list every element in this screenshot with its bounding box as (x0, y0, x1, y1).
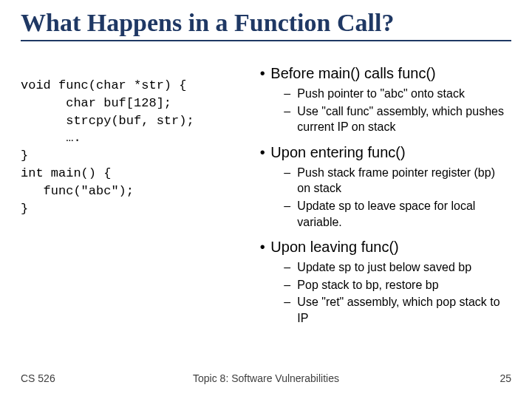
sub-label: Push stack frame pointer register (bp) o… (297, 165, 511, 197)
slide-body: void func(char *str) { char buf[128]; st… (21, 64, 511, 334)
bullet-label: Upon entering func() (270, 143, 405, 162)
sub-list: –Push pointer to "abc" onto stack –Use "… (254, 86, 511, 135)
footer-topic: Topic 8: Software Vulnerabilities (0, 372, 532, 384)
list-item: –Push pointer to "abc" onto stack (284, 86, 511, 102)
sub-label: Use "ret" assembly, which pop stack to I… (297, 294, 511, 326)
sub-list: –Update sp to just below saved bp –Pop s… (254, 259, 511, 326)
list-item: –Pop stack to bp, restore bp (284, 277, 511, 293)
list-item: –Push stack frame pointer register (bp) … (284, 165, 511, 197)
dash-icon: – (284, 259, 297, 276)
bullet-before-main: • Before main() calls func() –Push point… (254, 64, 511, 135)
bullet-dot-icon: • (254, 64, 270, 83)
bullet-label: Upon leaving func() (270, 237, 398, 256)
code-column: void func(char *str) { char buf[128]; st… (21, 64, 248, 334)
list-item: –Update sp to just below saved bp (284, 259, 511, 276)
sub-label: Update sp to leave space for local varia… (297, 198, 511, 230)
dash-icon: – (284, 198, 297, 214)
footer-page-num: 25 (499, 372, 511, 384)
sub-label: Pop stack to bp, restore bp (297, 277, 438, 293)
sub-label: Use "call func" assembly, which pushes c… (297, 103, 511, 135)
bullets-column: • Before main() calls func() –Push point… (254, 64, 511, 334)
bullet-enter-func: • Upon entering func() –Push stack frame… (254, 143, 511, 230)
list-item: –Update sp to leave space for local vari… (284, 198, 511, 230)
sub-label: Push pointer to "abc" onto stack (297, 86, 465, 102)
dash-icon: – (284, 165, 297, 181)
bullet-dot-icon: • (254, 237, 270, 256)
slide: What Happens in a Function Call? void fu… (0, 0, 532, 399)
slide-title: What Happens in a Function Call? (21, 9, 511, 41)
dash-icon: – (284, 86, 297, 102)
dash-icon: – (284, 103, 297, 120)
dash-icon: – (284, 294, 297, 310)
sub-label: Update sp to just below saved bp (297, 259, 471, 276)
dash-icon: – (284, 277, 297, 293)
bullet-dot-icon: • (254, 143, 270, 162)
bullet-label: Before main() calls func() (270, 64, 435, 83)
slide-footer: CS 526 Topic 8: Software Vulnerabilities… (0, 372, 532, 384)
bullet-list: • Before main() calls func() –Push point… (254, 64, 511, 327)
bullet-leave-func: • Upon leaving func() –Update sp to just… (254, 237, 511, 326)
footer-course: CS 526 (21, 372, 55, 384)
list-item: –Use "ret" assembly, which pop stack to … (284, 294, 511, 326)
code-block: void func(char *str) { char buf[128]; st… (21, 77, 248, 217)
list-item: –Use "call func" assembly, which pushes … (284, 103, 511, 135)
sub-list: –Push stack frame pointer register (bp) … (254, 165, 511, 230)
